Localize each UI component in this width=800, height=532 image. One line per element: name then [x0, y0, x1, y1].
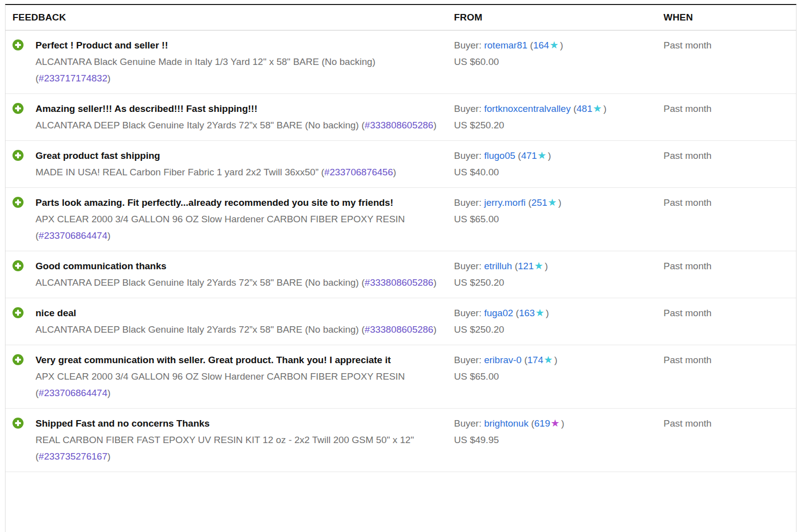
close-paren: )	[558, 197, 562, 208]
feedback-score-link[interactable]: 481	[576, 103, 592, 114]
feedback-comment: Great product fast shipping	[36, 147, 396, 164]
buyer-link[interactable]: jerry.morfi	[484, 197, 526, 208]
star-icon: ★	[548, 197, 557, 208]
close-paren: )	[108, 73, 110, 83]
item-number-link[interactable]: #233706864474	[38, 230, 107, 241]
buyer-link[interactable]: fuga02	[484, 308, 513, 318]
close-paren: )	[434, 277, 436, 288]
feedback-row: Good communication thanks ALCANTARA DEEP…	[6, 251, 796, 298]
feedback-row: Amazing seller!!! As described!!! Fast s…	[6, 94, 796, 141]
positive-feedback-icon	[12, 150, 24, 161]
item-number-link[interactable]: #333808605286	[364, 277, 433, 288]
buyer-label: Buyer:	[454, 261, 482, 271]
feedback-date: Past month	[664, 37, 796, 86]
feedback-score-link[interactable]: 251	[532, 197, 548, 208]
sale-price: US $65.00	[454, 211, 664, 227]
feedback-row: Perfect ! Product and seller !! ALCANTAR…	[6, 30, 796, 94]
sale-price: US $250.20	[454, 321, 664, 338]
item-number-link[interactable]: #233706864474	[38, 388, 107, 398]
sale-price: US $65.00	[454, 368, 664, 385]
from-cell: Buyer: etrilluh (121★) US $250.20	[454, 258, 664, 291]
feedback-score-link[interactable]: 163	[519, 308, 535, 318]
buyer-label: Buyer:	[454, 150, 482, 161]
feedback-comment: Perfect ! Product and seller !!	[36, 37, 447, 53]
feedback-cell: Good communication thanks ALCANTARA DEEP…	[6, 258, 454, 291]
item-title: ALCANTARA DEEP Black Genuine Italy 2Yard…	[36, 120, 359, 130]
close-paren: )	[434, 324, 436, 335]
from-cell: Buyer: fuga02 (163★) US $250.20	[454, 305, 664, 338]
item-description: MADE IN USA! REAL Carbon Fiber Fabric 1 …	[36, 164, 396, 180]
star-icon: ★	[544, 354, 553, 365]
item-description: APX CLEAR 2000 3/4 GALLON 96 OZ Slow Har…	[36, 368, 447, 401]
sale-price: US $60.00	[454, 53, 664, 70]
item-title: REAL CARBON FIBER FAST EPOXY UV RESIN KI…	[36, 435, 414, 445]
star-icon: ★	[538, 150, 546, 161]
buyer-label: Buyer:	[454, 418, 482, 429]
from-cell: Buyer: jerry.morfi (251★) US $65.00	[454, 194, 664, 244]
close-paren: )	[546, 308, 549, 318]
from-cell: Buyer: brightonuk (619★) US $49.95	[454, 415, 664, 465]
item-description: REAL CARBON FIBER FAST EPOXY UV RESIN KI…	[36, 432, 447, 465]
buyer-link[interactable]: fortknoxcentralvalley	[484, 103, 570, 114]
feedback-score-link[interactable]: 619	[534, 418, 550, 429]
sale-price: US $250.20	[454, 117, 664, 133]
buyer-label: Buyer:	[454, 308, 482, 318]
feedback-score-link[interactable]: 174	[528, 355, 544, 365]
buyer-label: Buyer:	[454, 355, 482, 365]
star-icon: ★	[550, 39, 558, 50]
positive-feedback-icon	[12, 418, 24, 429]
positive-feedback-icon	[12, 307, 24, 318]
item-number-link[interactable]: #233717174832	[38, 73, 107, 83]
feedback-cell: nice deal ALCANTARA DEEP Black Genuine I…	[6, 305, 454, 338]
from-cell: Buyer: eribrav-0 (174★) US $65.00	[454, 352, 664, 401]
close-paren: )	[108, 388, 110, 398]
positive-feedback-icon	[12, 39, 24, 50]
feedback-cell: Amazing seller!!! As described!!! Fast s…	[6, 100, 454, 133]
feedback-score-link[interactable]: 471	[521, 150, 537, 161]
item-number-link[interactable]: #333808605286	[364, 120, 433, 130]
feedback-date: Past month	[664, 147, 796, 180]
item-title: MADE IN USA! REAL Carbon Fiber Fabric 1 …	[36, 167, 318, 177]
column-header-feedback: FEEDBACK	[6, 12, 454, 23]
feedback-comment: Good communication thanks	[36, 258, 436, 274]
feedback-row: Parts look amazing. Fit perfectly...alre…	[6, 188, 796, 251]
feedback-cell: Very great communication with seller. Gr…	[6, 352, 454, 401]
buyer-link[interactable]: rotemar81	[484, 40, 528, 50]
item-number-link[interactable]: #333808605286	[364, 324, 433, 335]
item-number-link[interactable]: #233706876456	[324, 167, 393, 177]
table-header: FEEDBACK FROM WHEN	[6, 5, 796, 30]
buyer-link[interactable]: etrilluh	[484, 261, 512, 271]
close-paren: )	[108, 230, 110, 241]
feedback-rows: Perfect ! Product and seller !! ALCANTAR…	[6, 30, 796, 472]
feedback-date: Past month	[664, 305, 796, 338]
item-description: ALCANTARA DEEP Black Genuine Italy 2Yard…	[36, 274, 436, 291]
buyer-link[interactable]: eribrav-0	[484, 355, 522, 365]
feedback-cell: Parts look amazing. Fit perfectly...alre…	[6, 194, 454, 244]
star-icon: ★	[550, 418, 560, 429]
buyer-link[interactable]: brightonuk	[484, 418, 528, 429]
buyer-label: Buyer:	[454, 103, 482, 114]
feedback-date: Past month	[664, 352, 796, 401]
feedback-comment: Parts look amazing. Fit perfectly...alre…	[36, 194, 447, 211]
feedback-score-link[interactable]: 164	[533, 40, 549, 50]
feedback-score-link[interactable]: 121	[518, 261, 534, 271]
buyer-link[interactable]: flugo05	[484, 150, 515, 161]
item-title: APX CLEAR 2000 3/4 GALLON 96 OZ Slow Har…	[36, 371, 405, 382]
feedback-row: Shipped Fast and no concerns Thanks REAL…	[6, 409, 796, 472]
item-title: APX CLEAR 2000 3/4 GALLON 96 OZ Slow Har…	[36, 214, 405, 224]
item-description: APX CLEAR 2000 3/4 GALLON 96 OZ Slow Har…	[36, 211, 447, 244]
sale-price: US $49.95	[454, 432, 664, 448]
positive-feedback-icon	[12, 260, 24, 271]
close-paren: )	[548, 150, 551, 161]
feedback-comment: Very great communication with seller. Gr…	[36, 352, 447, 368]
item-number-link[interactable]: #233735276167	[38, 451, 107, 462]
feedback-date: Past month	[664, 258, 796, 291]
close-paren: )	[561, 418, 564, 429]
item-description: ALCANTARA DEEP Black Genuine Italy 2Yard…	[36, 117, 436, 133]
buyer-label: Buyer:	[454, 197, 482, 208]
feedback-cell: Great product fast shipping MADE IN USA!…	[6, 147, 454, 180]
feedback-date: Past month	[664, 415, 796, 465]
from-cell: Buyer: rotemar81 (164★) US $60.00	[454, 37, 664, 86]
from-cell: Buyer: flugo05 (471★) US $40.00	[454, 147, 664, 180]
star-icon: ★	[536, 307, 544, 318]
